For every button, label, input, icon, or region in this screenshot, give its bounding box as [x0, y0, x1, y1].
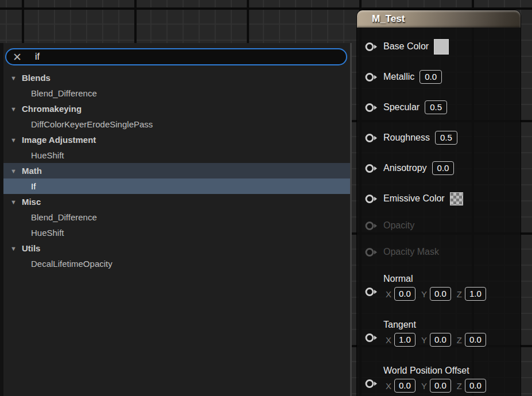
vector-value-input-x[interactable]: 0.0	[394, 379, 415, 393]
tree-item-diffcolorkeyererodesinglepass[interactable]: DiffColorKeyerErodeSinglePass	[3, 117, 350, 132]
pin-row-specular: Specular0.5	[365, 100, 521, 115]
category-label: Math	[22, 166, 42, 176]
pin-row-roughness: Roughness0.5	[365, 130, 521, 145]
pin-value-input[interactable]: 0.0	[420, 70, 442, 84]
tree-category-blends[interactable]: ▼Blends	[3, 70, 350, 86]
collapse-triangle-icon: ▼	[10, 137, 17, 143]
vector-value-input-y[interactable]: 0.0	[430, 333, 451, 347]
category-label: Image Adjustment	[22, 135, 96, 145]
pin-value-input[interactable]: 0.5	[425, 100, 447, 114]
tree-item-hueshift[interactable]: HueShift	[3, 147, 350, 163]
vector-value-input-z[interactable]: 0.0	[465, 333, 486, 347]
search-results-tree: ▼BlendsBlend_Difference▼ChromakeyingDiff…	[3, 70, 350, 271]
pin-label: Opacity	[383, 220, 414, 231]
vector-value-input-y[interactable]: 0.0	[430, 287, 451, 301]
checker-swatch[interactable]	[450, 192, 463, 205]
input-pin-icon[interactable]	[365, 221, 378, 231]
input-pin-icon[interactable]	[365, 194, 378, 204]
pin-label: Normal	[383, 274, 486, 285]
vector-value-input-x[interactable]: 0.0	[394, 287, 415, 301]
axis-label-x: X	[386, 335, 391, 345]
collapse-triangle-icon: ▼	[10, 245, 17, 252]
pin-label: Emissive Color	[383, 193, 445, 204]
vector-value-input-z[interactable]: 1.0	[465, 287, 486, 301]
input-pin-icon[interactable]	[365, 42, 378, 52]
collapse-triangle-icon: ▼	[10, 106, 17, 112]
tree-item-blend_difference[interactable]: Blend_Difference	[3, 86, 350, 101]
material-graph-editor: ✕ ▼BlendsBlend_Difference▼ChromakeyingDi…	[0, 0, 532, 396]
axis-label-z: Z	[457, 289, 462, 299]
axis-label-y: Y	[421, 335, 427, 345]
category-label: Utils	[22, 243, 41, 253]
tree-category-image-adjustment[interactable]: ▼Image Adjustment	[3, 132, 350, 147]
axis-label-z: Z	[457, 381, 462, 391]
pin-label: Tangent	[383, 320, 486, 331]
pin-label: Metallic	[383, 72, 414, 82]
search-box[interactable]: ✕	[5, 48, 347, 65]
input-pin-icon[interactable]	[365, 133, 378, 143]
pin-label: Anisotropy	[383, 163, 427, 173]
pin-label: Base Color	[383, 41, 429, 52]
pin-row-opacity: Opacity	[365, 218, 521, 233]
color-swatch[interactable]	[434, 39, 449, 55]
material-node-pins: Base ColorMetallic0.0Specular0.5Roughnes…	[357, 28, 521, 393]
collapse-triangle-icon: ▼	[10, 75, 17, 81]
vector-value-input-y[interactable]: 0.0	[430, 379, 451, 393]
axis-label-x: X	[386, 381, 391, 391]
pin-row-base-color: Base Color	[365, 39, 521, 54]
vector-value-input-x[interactable]: 1.0	[394, 333, 415, 347]
input-pin-icon[interactable]	[365, 379, 378, 389]
tree-item-decallifetimeopacity[interactable]: DecalLifetimeOpacity	[3, 256, 350, 271]
pin-label: Opacity Mask	[383, 247, 439, 257]
pin-row-opacity-mask: Opacity Mask	[365, 244, 521, 259]
input-pin-icon[interactable]	[365, 287, 378, 297]
collapse-triangle-icon: ▼	[10, 168, 17, 174]
pin-row-normal: NormalX0.0Y0.0Z1.0	[365, 271, 521, 301]
pin-row-anisotropy: Anisotropy0.0	[365, 161, 521, 176]
pin-value-input[interactable]: 0.5	[435, 131, 457, 145]
tree-category-misc[interactable]: ▼Misc	[3, 194, 350, 209]
category-label: Blends	[22, 73, 51, 83]
tree-category-math[interactable]: ▼Math	[3, 163, 350, 178]
axis-label-y: Y	[421, 381, 427, 391]
pin-label: Roughness	[383, 133, 430, 143]
pin-value-input[interactable]: 0.0	[432, 161, 455, 175]
pin-row-tangent: TangentX1.0Y0.0Z0.0	[365, 317, 521, 347]
tree-item-blend_difference[interactable]: Blend_Difference	[3, 209, 350, 225]
category-label: Chromakeying	[22, 104, 81, 114]
material-node-title: M_Test	[372, 13, 405, 25]
material-result-node[interactable]: M_Test Base ColorMetallic0.0Specular0.5R…	[357, 10, 521, 396]
pin-label: Specular	[383, 102, 420, 112]
search-input[interactable]	[34, 51, 312, 63]
clear-search-icon[interactable]: ✕	[13, 52, 22, 63]
input-pin-icon[interactable]	[365, 103, 378, 112]
input-pin-icon[interactable]	[365, 247, 378, 257]
axis-label-z: Z	[457, 335, 462, 345]
axis-label-x: X	[386, 289, 391, 299]
axis-label-y: Y	[421, 289, 427, 299]
pin-row-world-position-offset: World Position OffsetX0.0Y0.0Z0.0	[365, 363, 521, 393]
node-search-menu: ✕ ▼BlendsBlend_Difference▼ChromakeyingDi…	[0, 43, 352, 396]
pin-row-emissive-color: Emissive Color	[365, 191, 521, 206]
input-pin-icon[interactable]	[365, 164, 378, 173]
tree-item-if[interactable]: If	[3, 178, 350, 194]
tree-item-hueshift[interactable]: HueShift	[3, 225, 350, 240]
input-pin-icon[interactable]	[365, 72, 378, 82]
tree-category-chromakeying[interactable]: ▼Chromakeying	[3, 101, 350, 117]
material-node-header[interactable]: M_Test	[357, 10, 521, 28]
vector-value-input-z[interactable]: 0.0	[465, 379, 486, 393]
collapse-triangle-icon: ▼	[10, 199, 17, 205]
input-pin-icon[interactable]	[365, 333, 378, 343]
tree-category-utils[interactable]: ▼Utils	[3, 240, 350, 256]
category-label: Misc	[22, 197, 41, 207]
pin-label: World Position Offset	[383, 366, 486, 377]
pin-row-metallic: Metallic0.0	[365, 69, 521, 84]
search-row: ✕	[3, 43, 350, 69]
